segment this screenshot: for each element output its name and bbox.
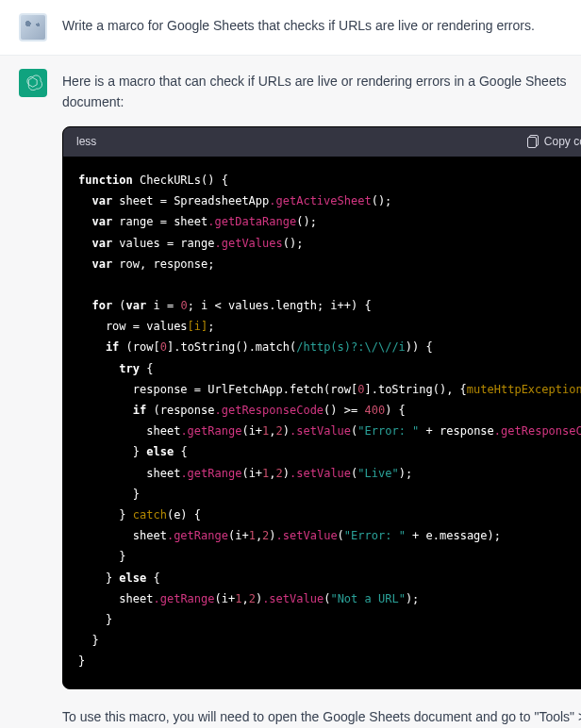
chat-container: Write a marco for Google Sheets that che…	[0, 0, 581, 728]
assistant-logo-icon	[24, 74, 42, 92]
code-language-label: less	[76, 133, 96, 151]
assistant-avatar	[19, 69, 47, 97]
assistant-outro-text: To use this macro, you will need to open…	[62, 706, 581, 728]
assistant-intro-text: Here is a macro that can check if URLs a…	[62, 71, 581, 113]
code-content: function CheckURLs() { var sheet = Sprea…	[63, 157, 581, 689]
clipboard-icon	[527, 135, 539, 148]
copy-code-button[interactable]: Copy code	[527, 133, 581, 151]
code-header: less Copy code	[63, 127, 581, 157]
copy-code-label: Copy code	[544, 133, 581, 151]
user-message: Write a marco for Google Sheets that che…	[0, 0, 581, 56]
code-block: less Copy code function CheckURLs() { va…	[62, 126, 581, 690]
user-avatar	[19, 13, 47, 41]
assistant-message: Here is a macro that can check if URLs a…	[0, 56, 581, 728]
assistant-message-body: Here is a macro that can check if URLs a…	[62, 69, 581, 728]
user-message-text: Write a marco for Google Sheets that che…	[62, 13, 562, 36]
